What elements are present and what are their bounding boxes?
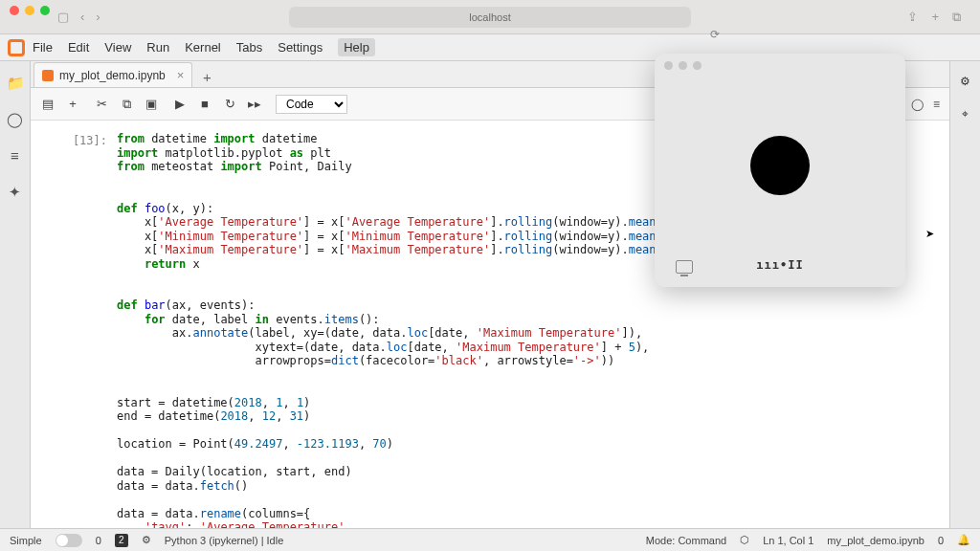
overlay-zoom-dot[interactable] <box>693 61 702 70</box>
trust-icon[interactable]: ⬡ <box>740 534 749 546</box>
new-launcher-button[interactable]: + <box>196 66 217 87</box>
zoom-window-dot[interactable] <box>40 6 50 15</box>
notebook-icon <box>42 70 54 81</box>
status-zero-right: 0 <box>938 535 944 546</box>
restart-icon[interactable]: ↻ <box>222 97 237 112</box>
audio-wave-icon: ııı•II <box>756 258 803 272</box>
refresh-icon[interactable]: ⟳ <box>710 28 720 41</box>
address-text: localhost <box>469 11 510 23</box>
insert-cell-icon[interactable]: + <box>65 97 80 112</box>
mode-indicator: Mode: Command <box>646 535 726 546</box>
paste-icon[interactable]: ▣ <box>144 97 159 112</box>
cut-icon[interactable]: ✂ <box>94 97 109 112</box>
overlay-body <box>655 54 905 287</box>
tab-overview-icon[interactable]: ⧉ <box>952 10 961 25</box>
forward-icon[interactable]: › <box>96 10 100 24</box>
menu-settings[interactable]: Settings <box>278 40 323 55</box>
toc-icon[interactable]: ≡ <box>7 147 24 165</box>
close-window-dot[interactable] <box>10 6 19 15</box>
simple-mode-label: Simple <box>10 535 42 546</box>
menu-tabs[interactable]: Tabs <box>236 40 262 55</box>
new-tab-icon[interactable]: + <box>931 10 939 25</box>
sidebar-toggle-icon[interactable]: ▢ <box>57 10 69 24</box>
address-bar[interactable]: localhost <box>289 7 691 28</box>
back-icon[interactable]: ‹ <box>80 10 84 24</box>
mouse-cursor-icon: ➤ <box>925 228 934 240</box>
overlay-min-dot[interactable] <box>679 61 687 70</box>
debugger-icon[interactable]: ⌖ <box>962 107 969 121</box>
browser-chrome: ▢ ‹ › localhost ⟳ ⇪ + ⧉ <box>0 0 980 34</box>
menu-kernel[interactable]: Kernel <box>185 40 221 55</box>
tab-filename: my_plot_demo.ipynb <box>59 69 166 82</box>
left-activity-bar: 📁 ◯ ≡ ✦ <box>0 61 31 528</box>
running-kernels-icon[interactable]: ◯ <box>7 111 24 128</box>
status-filename[interactable]: my_plot_demo.ipynb <box>827 535 924 546</box>
file-browser-icon[interactable]: 📁 <box>7 75 24 92</box>
right-activity-bar: ⚙ ⌖ <box>949 61 980 528</box>
menu-file[interactable]: File <box>33 40 53 55</box>
status-zero: 0 <box>96 535 101 546</box>
notifications-icon[interactable]: 🔔 <box>957 534 970 546</box>
tab-notebook[interactable]: my_plot_demo.ipynb × <box>33 62 192 87</box>
env-badge[interactable]: 2 <box>115 534 128 547</box>
browser-nav-right: ⇪ + ⧉ <box>907 10 961 25</box>
menu-run[interactable]: Run <box>146 40 169 55</box>
menu-edit[interactable]: Edit <box>68 40 89 55</box>
close-tab-icon[interactable]: × <box>177 68 185 82</box>
device-silhouette-icon <box>750 136 810 195</box>
macos-traffic-lights[interactable] <box>10 6 50 15</box>
interrupt-icon[interactable]: ■ <box>197 97 212 112</box>
run-icon[interactable]: ▶ <box>172 97 188 112</box>
toolbar-menu-icon[interactable]: ≡ <box>933 98 940 111</box>
minimize-window-dot[interactable] <box>25 6 34 15</box>
jupyter-logo-icon[interactable] <box>8 39 25 56</box>
line-col-indicator[interactable]: Ln 1, Col 1 <box>763 535 813 546</box>
status-settings-icon[interactable]: ⚙ <box>142 534 151 546</box>
overlay-close-dot[interactable] <box>664 61 673 70</box>
share-icon[interactable]: ⇪ <box>907 10 918 25</box>
property-inspector-icon[interactable]: ⚙ <box>960 75 970 88</box>
cell-prompt: [13]: <box>31 132 117 528</box>
overlay-traffic-lights[interactable] <box>664 61 702 70</box>
cell-type-select[interactable]: Code <box>276 95 347 114</box>
save-icon[interactable]: ▤ <box>40 97 56 112</box>
browser-nav-left: ▢ ‹ › <box>57 10 100 24</box>
pairing-overlay-window[interactable]: ııı•II <box>655 54 905 287</box>
status-bar: Simple 0 2 ⚙ Python 3 (ipykernel) | Idle… <box>0 528 980 551</box>
copy-icon[interactable]: ⧉ <box>119 97 134 112</box>
menu-help[interactable]: Help <box>338 38 375 56</box>
kernel-status-icon[interactable]: ◯ <box>911 98 924 111</box>
menu-view[interactable]: View <box>104 40 131 55</box>
overlay-footer: ııı•II <box>655 258 905 272</box>
extensions-icon[interactable]: ✦ <box>7 184 24 201</box>
simple-mode-toggle[interactable] <box>56 534 82 547</box>
kernel-status-text[interactable]: Python 3 (ipykernel) | Idle <box>165 535 284 546</box>
run-all-icon[interactable]: ▸▸ <box>247 97 262 112</box>
